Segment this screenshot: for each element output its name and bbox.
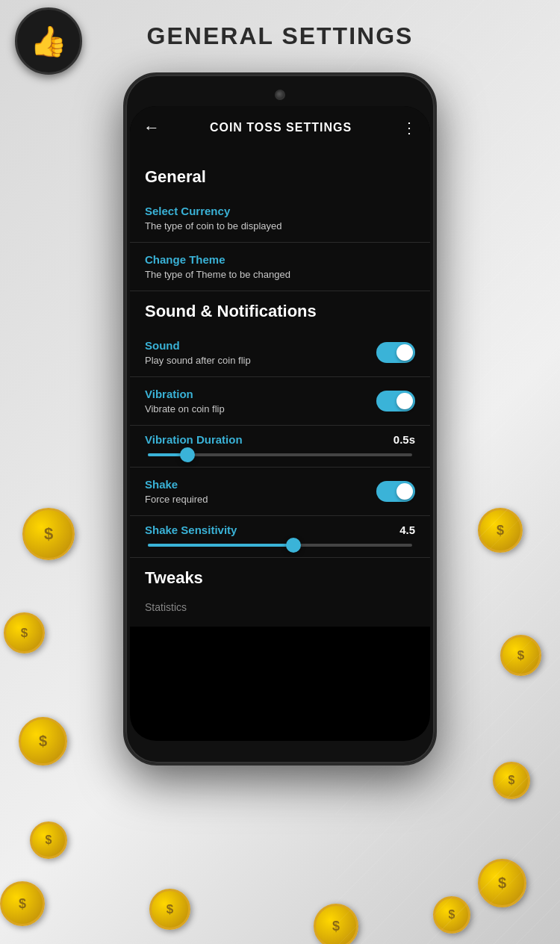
page-title: GENERAL SETTINGS [147,22,414,50]
sound-notifications-section-header: Sound & Notifications [130,291,430,329]
vibration-duration-value: 0.5s [393,433,415,446]
phone-camera [275,90,285,100]
sound-title: Sound [145,339,376,352]
bg-coin [478,508,523,553]
vibration-desc: Vibrate on coin flip [145,403,376,414]
bg-coin [19,717,67,766]
shake-item: Shake Force required [130,468,430,516]
vibration-duration-slider-row: Vibration Duration 0.5s [130,426,430,468]
change-theme-desc: The type of Theme to be changed [145,269,415,280]
bg-coin [500,635,541,676]
menu-button[interactable]: ⋮ [402,119,417,137]
vibration-info: Vibration Vibrate on coin flip [145,388,376,414]
change-theme-title: Change Theme [145,253,415,266]
bg-coin [149,889,190,930]
shake-sensitivity-slider-row: Shake Sensitivity 4.5 [130,516,430,558]
shake-sensitivity-value: 4.5 [399,524,415,536]
shake-sensitivity-thumb[interactable] [286,538,301,553]
vibration-item: Vibration Vibrate on coin flip [130,377,430,426]
bg-coin [314,904,358,944]
thumbs-up-icon: 👍 [30,24,67,59]
vibration-duration-header: Vibration Duration 0.5s [145,433,415,446]
settings-content: General Select Currency The type of coin… [130,149,430,627]
phone-screen: ← COIN TOSS SETTINGS ⋮ General Select Cu… [130,106,430,741]
tweaks-title: Tweaks [145,568,415,588]
tweaks-section: Tweaks [130,558,430,595]
shake-toggle[interactable] [376,481,415,502]
vibration-row: Vibration Vibrate on coin flip [145,388,415,414]
vibration-duration-label: Vibration Duration [145,433,243,446]
shake-sensitivity-header: Shake Sensitivity 4.5 [145,524,415,536]
bg-coin [22,508,75,560]
bg-coin [4,612,45,653]
shake-sensitivity-fill [148,544,293,547]
bg-coin [478,859,526,907]
shake-row: Shake Force required [145,478,415,505]
app-bar-title: COIN TOSS SETTINGS [160,121,402,134]
change-theme-item[interactable]: Change Theme The type of Theme to be cha… [130,243,430,291]
sound-toggle[interactable] [376,342,415,363]
select-currency-item[interactable]: Select Currency The type of coin to be d… [130,194,430,243]
app-bar: ← COIN TOSS SETTINGS ⋮ [130,106,430,149]
back-button[interactable]: ← [143,118,160,137]
select-currency-desc: The type of coin to be displayed [145,220,415,232]
bg-coin [433,896,470,934]
sound-info: Sound Play sound after coin flip [145,339,376,366]
shake-desc: Force required [145,494,376,505]
phone-mockup: ← COIN TOSS SETTINGS ⋮ General Select Cu… [123,72,437,766]
general-section-header: General [130,157,430,194]
vibration-duration-track[interactable] [148,453,412,456]
sound-row: Sound Play sound after coin flip [145,339,415,366]
select-currency-title: Select Currency [145,205,415,217]
app-logo: 👍 [15,7,82,75]
shake-sensitivity-track[interactable] [148,544,412,547]
vibration-toggle[interactable] [376,391,415,412]
vibration-duration-thumb[interactable] [180,447,195,462]
bg-coin [493,762,530,799]
shake-title: Shake [145,478,376,491]
shake-info: Shake Force required [145,478,376,505]
bg-coin [0,881,45,926]
statistics-text[interactable]: Statistics [130,595,430,619]
vibration-title: Vibration [145,388,376,400]
shake-sensitivity-label: Shake Sensitivity [145,524,237,536]
bg-coin [30,822,67,859]
sound-desc: Play sound after coin flip [145,355,376,366]
phone-top-bar [130,90,430,100]
sound-item: Sound Play sound after coin flip [130,329,430,377]
